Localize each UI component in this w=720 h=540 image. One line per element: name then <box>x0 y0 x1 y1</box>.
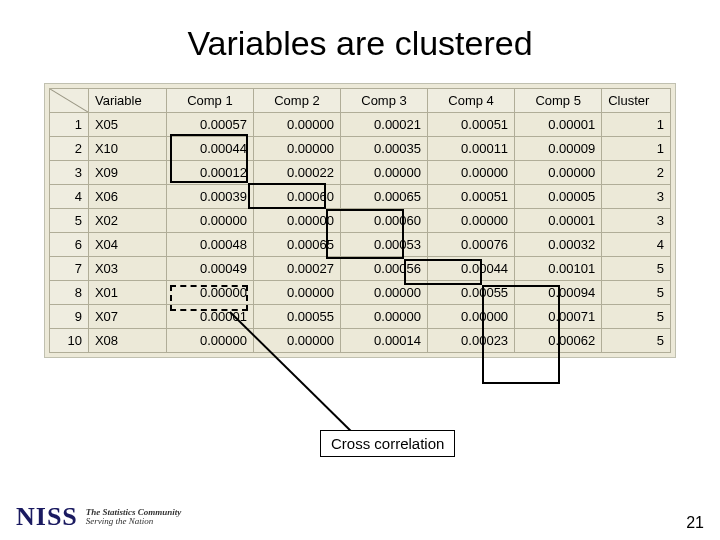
row-index: 2 <box>50 137 89 161</box>
col-comp5: Comp 5 <box>515 89 602 113</box>
cell-comp2: 0.00000 <box>253 137 340 161</box>
cell-comp4: 0.00044 <box>428 257 515 281</box>
cell-comp5: 0.00005 <box>515 185 602 209</box>
cell-comp1: 0.00044 <box>166 137 253 161</box>
cell-comp4: 0.00055 <box>428 281 515 305</box>
corner-cell <box>50 89 89 113</box>
row-index: 8 <box>50 281 89 305</box>
page-number: 21 <box>686 514 704 532</box>
cell-comp5: 0.00094 <box>515 281 602 305</box>
cell-comp5: 0.00032 <box>515 233 602 257</box>
cell-variable: X10 <box>88 137 166 161</box>
cell-variable: X02 <box>88 209 166 233</box>
row-index: 1 <box>50 113 89 137</box>
table-row: 9X070.000010.000550.000000.000000.000715 <box>50 305 671 329</box>
cell-comp1: 0.00000 <box>166 329 253 353</box>
row-index: 3 <box>50 161 89 185</box>
cell-comp1: 0.00012 <box>166 161 253 185</box>
cell-comp5: 0.00071 <box>515 305 602 329</box>
table-row: 7X030.000490.000270.000560.000440.001015 <box>50 257 671 281</box>
niss-tagline: The Statistics Community Serving the Nat… <box>86 508 182 527</box>
col-cluster: Cluster <box>602 89 671 113</box>
cell-comp2: 0.00000 <box>253 281 340 305</box>
svg-line-0 <box>50 89 88 112</box>
cell-comp4: 0.00051 <box>428 113 515 137</box>
cell-cluster: 3 <box>602 209 671 233</box>
cell-cluster: 5 <box>602 257 671 281</box>
niss-logo: NISS <box>16 502 78 532</box>
table-row: 2X100.000440.000000.000350.000110.000091 <box>50 137 671 161</box>
table-row: 4X060.000390.000600.000650.000510.000053 <box>50 185 671 209</box>
table-row: 10X080.000000.000000.000140.000230.00062… <box>50 329 671 353</box>
tagline-line2: Serving the Nation <box>86 516 154 526</box>
cell-comp1: 0.00049 <box>166 257 253 281</box>
cell-comp3: 0.00000 <box>340 161 427 185</box>
table-row: 3X090.000120.000220.000000.000000.000002 <box>50 161 671 185</box>
col-variable: Variable <box>88 89 166 113</box>
cell-comp2: 0.00065 <box>253 233 340 257</box>
row-index: 5 <box>50 209 89 233</box>
cell-comp5: 0.00062 <box>515 329 602 353</box>
cell-comp3: 0.00056 <box>340 257 427 281</box>
row-index: 6 <box>50 233 89 257</box>
cell-comp3: 0.00021 <box>340 113 427 137</box>
cell-comp3: 0.00000 <box>340 305 427 329</box>
cell-variable: X06 <box>88 185 166 209</box>
cell-cluster: 4 <box>602 233 671 257</box>
cell-variable: X09 <box>88 161 166 185</box>
cell-cluster: 5 <box>602 329 671 353</box>
table-header-row: Variable Comp 1 Comp 2 Comp 3 Comp 4 Com… <box>50 89 671 113</box>
cell-comp1: 0.00001 <box>166 305 253 329</box>
cell-comp1: 0.00057 <box>166 113 253 137</box>
row-index: 10 <box>50 329 89 353</box>
cell-comp4: 0.00051 <box>428 185 515 209</box>
cell-comp5: 0.00000 <box>515 161 602 185</box>
callout-cross-correlation: Cross correlation <box>320 430 455 457</box>
cell-comp5: 0.00001 <box>515 209 602 233</box>
cell-comp3: 0.00035 <box>340 137 427 161</box>
cell-comp3: 0.00053 <box>340 233 427 257</box>
cell-comp4: 0.00011 <box>428 137 515 161</box>
cell-comp5: 0.00009 <box>515 137 602 161</box>
cell-comp4: 0.00023 <box>428 329 515 353</box>
cell-comp2: 0.00060 <box>253 185 340 209</box>
cell-comp4: 0.00076 <box>428 233 515 257</box>
cell-comp2: 0.00055 <box>253 305 340 329</box>
cell-variable: X05 <box>88 113 166 137</box>
col-comp2: Comp 2 <box>253 89 340 113</box>
table-row: 6X040.000480.000650.000530.000760.000324 <box>50 233 671 257</box>
row-index: 7 <box>50 257 89 281</box>
cell-cluster: 2 <box>602 161 671 185</box>
cell-comp1: 0.00000 <box>166 281 253 305</box>
cell-comp4: 0.00000 <box>428 305 515 329</box>
cell-comp2: 0.00022 <box>253 161 340 185</box>
row-index: 4 <box>50 185 89 209</box>
cell-comp2: 0.00000 <box>253 113 340 137</box>
cell-variable: X03 <box>88 257 166 281</box>
table-row: 1X050.000570.000000.000210.000510.000011 <box>50 113 671 137</box>
cell-variable: X04 <box>88 233 166 257</box>
cell-cluster: 1 <box>602 113 671 137</box>
cell-cluster: 5 <box>602 305 671 329</box>
slide-title: Variables are clustered <box>0 0 720 83</box>
logo-block: NISS The Statistics Community Serving th… <box>16 502 181 532</box>
cell-comp2: 0.00000 <box>253 209 340 233</box>
cell-variable: X01 <box>88 281 166 305</box>
cell-cluster: 3 <box>602 185 671 209</box>
cell-comp5: 0.00101 <box>515 257 602 281</box>
table-row: 8X010.000000.000000.000000.000550.000945 <box>50 281 671 305</box>
cluster-table: Variable Comp 1 Comp 2 Comp 3 Comp 4 Com… <box>49 88 671 353</box>
cell-comp3: 0.00065 <box>340 185 427 209</box>
cell-variable: X08 <box>88 329 166 353</box>
slide-footer: NISS The Statistics Community Serving th… <box>16 502 704 532</box>
table-row: 5X020.000000.000000.000600.000000.000013 <box>50 209 671 233</box>
cell-comp2: 0.00027 <box>253 257 340 281</box>
cell-comp1: 0.00039 <box>166 185 253 209</box>
cell-comp4: 0.00000 <box>428 161 515 185</box>
col-comp3: Comp 3 <box>340 89 427 113</box>
cell-cluster: 1 <box>602 137 671 161</box>
cell-comp3: 0.00014 <box>340 329 427 353</box>
cell-comp2: 0.00000 <box>253 329 340 353</box>
cell-comp4: 0.00000 <box>428 209 515 233</box>
cell-variable: X07 <box>88 305 166 329</box>
